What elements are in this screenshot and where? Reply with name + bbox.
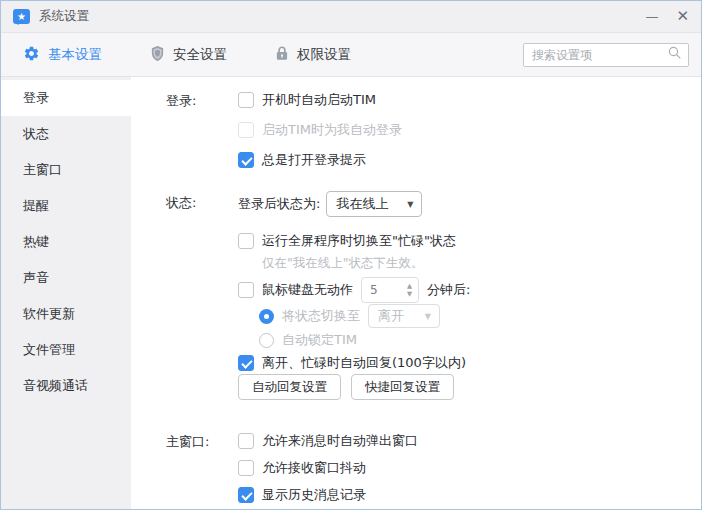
popup-on-message-label: 允许来消息时自动弹出窗口 bbox=[262, 432, 418, 450]
tab-basic-settings[interactable]: 基本设置 bbox=[23, 45, 102, 65]
autostart-label: 开机时自动启动TIM bbox=[262, 91, 376, 109]
row-show-history: 显示历史消息记录 bbox=[238, 484, 441, 506]
stepper-up-icon[interactable]: ▲ bbox=[407, 283, 412, 290]
window-title: 系统设置 bbox=[39, 8, 89, 25]
tab-permission-settings[interactable]: 权限设置 bbox=[275, 45, 351, 64]
titlebar: ★ 系统设置 — ✕ bbox=[1, 1, 701, 33]
auto-reply-checkbox[interactable] bbox=[238, 355, 254, 371]
logo-star-icon: ★ bbox=[17, 12, 26, 22]
fullscreen-busy-checkbox[interactable] bbox=[238, 233, 254, 249]
auto-lock-label: 自动锁定TIM bbox=[282, 331, 357, 349]
row-fullscreen-busy: 运行全屏程序时切换至"忙碌"状态 bbox=[238, 230, 470, 252]
idle-suffix-label: 分钟后: bbox=[427, 281, 470, 299]
tab-label: 安全设置 bbox=[173, 46, 227, 64]
login-prompt-label: 总是打开登录提示 bbox=[262, 151, 366, 169]
online-status-dropdown[interactable]: 我在线上 ▼ bbox=[326, 191, 422, 217]
tab-security-settings[interactable]: 安全设置 bbox=[150, 45, 227, 65]
switch-status-label: 将状态切换至 bbox=[282, 307, 360, 325]
sidebar-item-main-window[interactable]: 主窗口 bbox=[1, 152, 131, 188]
idle-minutes-input[interactable] bbox=[370, 283, 392, 297]
search-icon bbox=[667, 45, 682, 64]
row-auto-lock: 自动锁定TIM bbox=[238, 329, 470, 351]
chevron-down-icon: ▼ bbox=[425, 312, 431, 321]
row-login-prompt: 总是打开登录提示 bbox=[238, 149, 402, 171]
minimize-button[interactable]: — bbox=[645, 10, 658, 23]
section-status: 状态: 登录后状态为: 我在线上 ▼ 运行全屏程序时切换至"忙碌"状态 仅在"我… bbox=[166, 191, 701, 400]
section-label-login: 登录: bbox=[166, 89, 238, 179]
fullscreen-busy-hint: 仅在"我在线上"状态下生效。 bbox=[238, 254, 470, 272]
row-switch-status: 将状态切换至 离开 ▼ bbox=[238, 305, 470, 327]
quick-reply-settings-button[interactable]: 快捷回复设置 bbox=[351, 374, 454, 400]
sidebar-item-hotkeys[interactable]: 热键 bbox=[1, 224, 131, 260]
row-autostart: 开机时自动启动TIM bbox=[238, 89, 402, 111]
switch-status-radio[interactable] bbox=[259, 309, 274, 324]
settings-content: 登录: 开机时自动启动TIM 启动TIM时为我自动登录 总是打开登录提示 bbox=[131, 77, 701, 509]
tab-label: 权限设置 bbox=[297, 46, 351, 64]
section-label-main-window: 主窗口: bbox=[166, 430, 238, 509]
idle-minutes-stepper[interactable]: ▲ ▼ bbox=[361, 277, 419, 303]
tab-label: 基本设置 bbox=[48, 46, 102, 64]
tim-logo-icon: ★ bbox=[13, 9, 30, 24]
sidebar-item-software-update[interactable]: 软件更新 bbox=[1, 296, 131, 332]
stepper-arrows[interactable]: ▲ ▼ bbox=[407, 283, 412, 298]
search-input[interactable] bbox=[532, 48, 667, 62]
autologin-checkbox bbox=[238, 122, 254, 138]
status-after-login-label: 登录后状态为: bbox=[238, 195, 320, 213]
show-history-checkbox[interactable] bbox=[238, 487, 254, 503]
sidebar-item-status[interactable]: 状态 bbox=[1, 116, 131, 152]
sidebar: 登录 状态 主窗口 提醒 热键 声音 软件更新 文件管理 音视频通话 bbox=[1, 77, 131, 509]
gear-icon bbox=[23, 45, 40, 65]
window-shake-label: 允许接收窗口抖动 bbox=[262, 459, 366, 477]
idle-prefix-label: 鼠标键盘无动作 bbox=[262, 281, 353, 299]
app-body: 登录 状态 主窗口 提醒 热键 声音 软件更新 文件管理 音视频通话 登录: 开… bbox=[1, 77, 701, 509]
row-reply-buttons: 自动回复设置 快捷回复设置 bbox=[238, 374, 470, 400]
auto-reply-settings-button[interactable]: 自动回复设置 bbox=[238, 374, 341, 400]
row-status-after-login: 登录后状态为: 我在线上 ▼ bbox=[238, 191, 470, 217]
row-popup-on-message: 允许来消息时自动弹出窗口 bbox=[238, 430, 441, 452]
lock-icon bbox=[275, 45, 289, 64]
popup-on-message-checkbox[interactable] bbox=[238, 433, 254, 449]
shield-icon bbox=[150, 45, 165, 65]
row-autologin: 启动TIM时为我自动登录 bbox=[238, 119, 402, 141]
idle-checkbox[interactable] bbox=[238, 282, 254, 298]
auto-reply-label: 离开、忙碌时自动回复(100字以内) bbox=[262, 354, 466, 372]
section-label-status: 状态: bbox=[166, 191, 238, 400]
autostart-checkbox[interactable] bbox=[238, 92, 254, 108]
window-controls: — ✕ bbox=[645, 9, 689, 24]
sidebar-item-file-management[interactable]: 文件管理 bbox=[1, 332, 131, 368]
autologin-label: 启动TIM时为我自动登录 bbox=[262, 121, 402, 139]
online-status-value: 我在线上 bbox=[336, 195, 388, 213]
settings-window: ★ 系统设置 — ✕ 基本设置 安全设置 权限设置 bbox=[0, 0, 702, 510]
show-history-label: 显示历史消息记录 bbox=[262, 486, 366, 504]
section-login: 登录: 开机时自动启动TIM 启动TIM时为我自动登录 总是打开登录提示 bbox=[166, 89, 701, 179]
away-status-dropdown[interactable]: 离开 ▼ bbox=[368, 304, 440, 328]
window-shake-checkbox[interactable] bbox=[238, 460, 254, 476]
login-prompt-checkbox[interactable] bbox=[238, 152, 254, 168]
row-window-shake: 允许接收窗口抖动 bbox=[238, 457, 441, 479]
away-status-value: 离开 bbox=[378, 307, 404, 325]
fullscreen-busy-label: 运行全屏程序时切换至"忙碌"状态 bbox=[262, 232, 456, 250]
sidebar-item-reminder[interactable]: 提醒 bbox=[1, 188, 131, 224]
tabbar: 基本设置 安全设置 权限设置 bbox=[1, 33, 701, 77]
sidebar-item-login[interactable]: 登录 bbox=[1, 80, 131, 116]
row-idle-timeout: 鼠标键盘无动作 ▲ ▼ 分钟后: bbox=[238, 277, 470, 303]
sidebar-item-av-call[interactable]: 音视频通话 bbox=[1, 368, 131, 404]
close-button[interactable]: ✕ bbox=[676, 9, 689, 24]
section-main-window: 主窗口: 允许来消息时自动弹出窗口 允许接收窗口抖动 显示历史消息记录 bbox=[166, 430, 701, 509]
sidebar-item-sound[interactable]: 声音 bbox=[1, 260, 131, 296]
row-auto-reply: 离开、忙碌时自动回复(100字以内) bbox=[238, 352, 470, 374]
auto-lock-radio[interactable] bbox=[259, 333, 274, 348]
stepper-down-icon[interactable]: ▼ bbox=[407, 291, 412, 298]
search-box[interactable] bbox=[523, 43, 689, 67]
chevron-down-icon: ▼ bbox=[407, 200, 413, 209]
